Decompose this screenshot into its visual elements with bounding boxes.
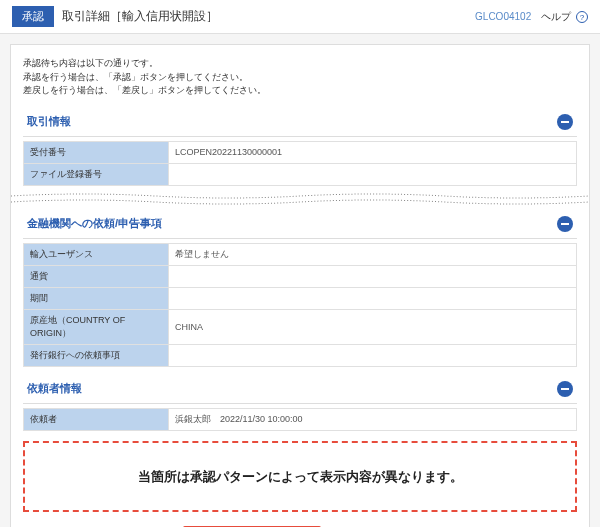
section-title: 依頼者情報 [27, 381, 82, 396]
field-value [169, 287, 577, 309]
field-label: 期間 [24, 287, 169, 309]
intro-text: 承認待ち内容は以下の通りです。 承認を行う場合は、「承認」ボタンを押してください… [23, 57, 577, 98]
field-value: CHINA [169, 309, 577, 344]
help-label: ヘルプ [541, 11, 571, 22]
page-header: 承認 取引詳細［輸入信用状開設］ GLCO04102 ヘルプ ? [0, 0, 600, 34]
field-label: ファイル登録番号 [24, 163, 169, 185]
screen-code: GLCO04102 [475, 11, 531, 22]
table-row: 原産地（COUNTRY OF ORIGIN）CHINA [24, 309, 577, 344]
section-title: 金融機関への依頼/申告事項 [27, 216, 162, 231]
collapse-icon[interactable] [557, 381, 573, 397]
table-row: 輸入ユーザンス希望しません [24, 243, 577, 265]
table-row: 期間 [24, 287, 577, 309]
field-label: 輸入ユーザンス [24, 243, 169, 265]
bank-request-table: 輸入ユーザンス希望しません 通貨 期間 原産地（COUNTRY OF ORIGI… [23, 243, 577, 367]
section-title: 取引情報 [27, 114, 71, 129]
field-value: 希望しません [169, 243, 577, 265]
section-bank-request: 金融機関への依頼/申告事項 輸入ユーザンス希望しません 通貨 期間 原産地（CO… [23, 210, 577, 367]
intro-line: 承認待ち内容は以下の通りです。 [23, 57, 577, 71]
section-header: 取引情報 [23, 108, 577, 137]
help-link[interactable]: ヘルプ ? [541, 10, 588, 24]
field-label: 通貨 [24, 265, 169, 287]
notice-text: 当箇所は承認パターンによって表示内容が異なります。 [138, 469, 463, 484]
field-value: 浜銀太郎 2022/11/30 10:00:00 [169, 408, 577, 430]
requester-table: 依頼者浜銀太郎 2022/11/30 10:00:00 [23, 408, 577, 431]
header-tag: 承認 [12, 6, 54, 27]
section-header: 金融機関への依頼/申告事項 [23, 210, 577, 239]
notice-box: 当箇所は承認パターンによって表示内容が異なります。 [23, 441, 577, 512]
page-title: 取引詳細［輸入信用状開設］ [62, 8, 475, 25]
help-icon: ? [576, 11, 588, 23]
table-row: ファイル登録番号 [24, 163, 577, 185]
section-requester-info: 依頼者情報 依頼者浜銀太郎 2022/11/30 10:00:00 [23, 375, 577, 431]
content-panel: 承認待ち内容は以下の通りです。 承認を行う場合は、「承認」ボタンを押してください… [10, 44, 590, 527]
table-row: 受付番号 LCOPEN20221130000001 [24, 141, 577, 163]
intro-line: 差戻しを行う場合は、「差戻し」ボタンを押してください。 [23, 84, 577, 98]
torn-divider [11, 192, 589, 206]
field-label: 依頼者 [24, 408, 169, 430]
field-value [169, 163, 577, 185]
table-row: 通貨 [24, 265, 577, 287]
field-label: 原産地（COUNTRY OF ORIGIN） [24, 309, 169, 344]
field-label: 受付番号 [24, 141, 169, 163]
collapse-icon[interactable] [557, 114, 573, 130]
field-value [169, 344, 577, 366]
intro-line: 承認を行う場合は、「承認」ボタンを押してください。 [23, 71, 577, 85]
field-value: LCOPEN20221130000001 [169, 141, 577, 163]
collapse-icon[interactable] [557, 216, 573, 232]
section-header: 依頼者情報 [23, 375, 577, 404]
table-row: 発行銀行への依頼事項 [24, 344, 577, 366]
field-label: 発行銀行への依頼事項 [24, 344, 169, 366]
table-row: 依頼者浜銀太郎 2022/11/30 10:00:00 [24, 408, 577, 430]
section-transaction-info: 取引情報 受付番号 LCOPEN20221130000001 ファイル登録番号 [23, 108, 577, 186]
field-value [169, 265, 577, 287]
transaction-table: 受付番号 LCOPEN20221130000001 ファイル登録番号 [23, 141, 577, 186]
